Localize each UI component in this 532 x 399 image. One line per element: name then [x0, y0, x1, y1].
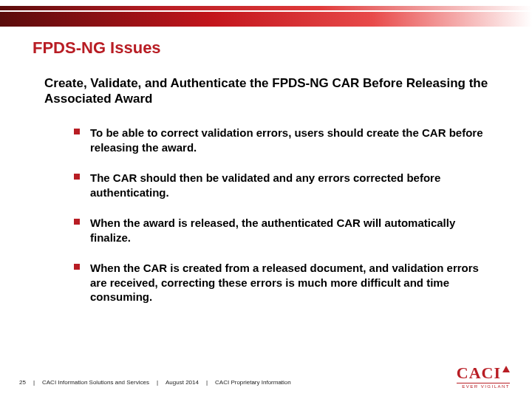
brand-logo: CACI EVER VIGILANT: [457, 366, 510, 389]
logo-text: CACI: [457, 364, 501, 382]
logo-mark-icon: [502, 366, 510, 372]
list-item: When the CAR is created from a released …: [74, 261, 488, 304]
accent-bar-thin: [0, 6, 532, 10]
accent-bar-thick: [0, 12, 532, 27]
separator-icon: |: [206, 379, 208, 386]
footer-org: CACI Information Solutions and Services: [42, 379, 149, 386]
page-subtitle: Create, Validate, and Authenticate the F…: [44, 75, 495, 107]
footer: 25 | CACI Information Solutions and Serv…: [19, 379, 451, 386]
list-item: The CAR should then be validated and any…: [74, 171, 488, 200]
bullet-list: To be able to correct validation errors,…: [74, 126, 488, 321]
separator-icon: |: [157, 379, 158, 386]
list-item: To be able to correct validation errors,…: [74, 126, 488, 154]
list-item: When the award is released, the authenti…: [74, 216, 488, 245]
page-number: 25: [19, 379, 26, 386]
slide: FPDS-NG Issues Create, Validate, and Aut…: [0, 0, 532, 399]
footer-rights: CACI Proprietary Information: [215, 379, 291, 386]
separator-icon: |: [33, 379, 35, 386]
logo-tagline: EVER VIGILANT: [457, 383, 510, 389]
footer-date: August 2014: [166, 379, 199, 386]
page-title: FPDS-NG Issues: [33, 38, 161, 58]
